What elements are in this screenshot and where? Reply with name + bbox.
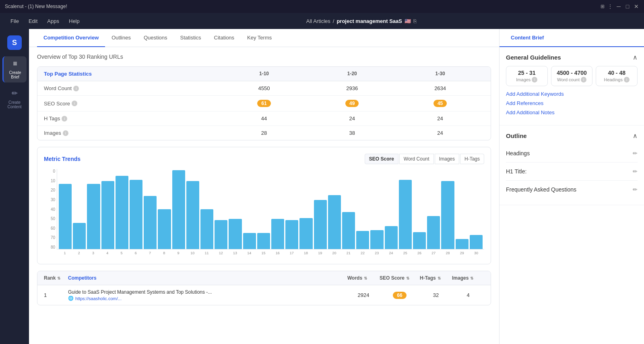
chart-tabs: SEO Score Word Count Images H-Tags — [365, 154, 484, 164]
words-sort-icon[interactable]: ⇅ — [364, 276, 367, 280]
chart-container: 80 70 60 50 40 30 20 10 0 12345678910111… — [44, 169, 484, 257]
chart-bar-1[interactable] — [59, 184, 72, 249]
guideline-card-images: 25 - 31 Images i — [506, 66, 548, 86]
seo-score-info-icon[interactable]: i — [72, 101, 77, 106]
sidebar-item-create-content[interactable]: ✏ Create Content — [2, 86, 27, 112]
share-icon[interactable]: ⎘ — [413, 18, 417, 24]
word-count-range-label: Word count i — [555, 77, 588, 82]
chart-bar-17[interactable] — [285, 220, 298, 249]
col-images: Images ⇅ — [452, 275, 484, 281]
x-label-27: 27 — [427, 251, 440, 255]
chart-bar-9[interactable] — [172, 170, 185, 249]
competitor-url[interactable]: 🌐 https://saasholic.com/... — [68, 296, 347, 301]
chart-bar-16[interactable] — [271, 219, 284, 249]
menu-edit[interactable]: Edit — [25, 16, 41, 26]
images-sort-icon[interactable]: ⇅ — [470, 276, 473, 280]
tab-key-terms[interactable]: Key Terms — [241, 29, 278, 47]
chart-bar-group-21 — [342, 169, 355, 249]
tab-outlines[interactable]: Outlines — [105, 29, 137, 47]
chart-bar-11[interactable] — [200, 209, 213, 249]
y-label-80: 80 — [44, 245, 55, 249]
chart-bar-14[interactable] — [243, 233, 256, 249]
seo-score-sort-icon[interactable]: ⇅ — [406, 276, 409, 280]
right-panel: Content Brief General Guidelines ∧ 25 - … — [499, 29, 644, 344]
seo-score-val-10: 61 — [220, 100, 308, 107]
faq-edit-icon[interactable]: ✏ — [633, 186, 638, 193]
menu-file[interactable]: File — [6, 16, 23, 26]
overview-title: Overview of Top 30 Ranking URLs — [37, 54, 491, 60]
chart-bar-18[interactable] — [299, 218, 312, 249]
headings-range-value: 40 - 48 — [600, 70, 633, 76]
chart-bar-25[interactable] — [399, 180, 412, 249]
maximize-button[interactable]: □ — [625, 4, 630, 9]
headings-card-info-icon[interactable]: i — [624, 77, 630, 82]
tab-competition-overview[interactable]: Competition Overview — [37, 29, 105, 47]
rank-sort-icon[interactable]: ⇅ — [57, 276, 60, 280]
outline-collapse-icon[interactable]: ∧ — [633, 132, 638, 140]
headings-edit-icon[interactable]: ✏ — [633, 150, 638, 157]
chart-bar-29[interactable] — [456, 239, 469, 249]
guidelines-title: General Guidelines — [506, 54, 561, 61]
more-icon[interactable]: ⋮ — [608, 4, 613, 9]
chart-bar-13[interactable] — [229, 219, 242, 249]
chart-tab-word-count[interactable]: Word Count — [399, 154, 434, 164]
breadcrumb-separator: / — [333, 18, 334, 24]
chart-tab-seo-score[interactable]: SEO Score — [365, 154, 398, 164]
guidelines-collapse-icon[interactable]: ∧ — [633, 54, 638, 61]
tab-statistics[interactable]: Statistics — [174, 29, 208, 47]
chart-tab-images[interactable]: Images — [435, 154, 459, 164]
chart-bar-20[interactable] — [328, 195, 341, 249]
h-tags-sort-icon[interactable]: ⇅ — [438, 276, 441, 280]
chart-bar-15[interactable] — [257, 233, 270, 249]
word-count-info-icon[interactable]: i — [73, 86, 79, 91]
chart-bar-30[interactable] — [470, 235, 483, 249]
titlebar-left: Scalenut - (1) New Message! — [5, 4, 67, 9]
chart-bar-26[interactable] — [413, 232, 426, 249]
col-h-tags: H-Tags ⇅ — [420, 275, 452, 281]
chart-bar-group-3 — [87, 169, 100, 249]
chart-bar-23[interactable] — [370, 230, 383, 249]
chart-bar-24[interactable] — [385, 226, 398, 249]
minimize-button[interactable]: ─ — [616, 4, 621, 9]
chart-bar-19[interactable] — [314, 200, 327, 249]
menu-help[interactable]: Help — [65, 16, 84, 26]
chart-bar-3[interactable] — [87, 184, 100, 249]
chart-bar-10[interactable] — [186, 181, 199, 249]
h-tags-info-icon[interactable]: i — [62, 116, 67, 122]
chart-bar-27[interactable] — [427, 216, 440, 249]
chart-bar-group-20 — [328, 169, 341, 249]
images-val-30: 24 — [396, 130, 484, 136]
breadcrumb-all-articles[interactable]: All Articles — [306, 18, 330, 24]
chart-bar-6[interactable] — [130, 180, 142, 249]
breadcrumb-article-title: project management SaaS — [336, 18, 402, 24]
x-label-11: 11 — [200, 251, 213, 255]
chart-bar-12[interactable] — [215, 220, 227, 249]
chart-bar-5[interactable] — [116, 176, 128, 249]
chart-bar-7[interactable] — [144, 196, 157, 249]
chart-bar-22[interactable] — [356, 231, 369, 249]
add-references-link[interactable]: Add References — [506, 100, 638, 106]
tab-questions[interactable]: Questions — [137, 29, 174, 47]
h1-edit-icon[interactable]: ✏ — [633, 168, 638, 175]
add-notes-link[interactable]: Add Additional Notes — [506, 109, 638, 115]
chart-bar-8[interactable] — [158, 209, 171, 249]
chart-bar-group-1 — [59, 169, 72, 249]
panel-tab-content-brief[interactable]: Content Brief — [506, 29, 549, 46]
stats-table-title: Top Page Statistics — [44, 71, 220, 77]
chart-header: Metric Trends SEO Score Word Count Image… — [44, 154, 484, 164]
close-button[interactable]: ✕ — [634, 4, 639, 9]
sidebar-item-create-brief[interactable]: ≡ Create Brief — [2, 56, 27, 82]
puzzle-icon[interactable]: ⊞ — [601, 4, 605, 9]
images-info-icon[interactable]: i — [63, 130, 68, 136]
word-count-card-info-icon[interactable]: i — [581, 77, 586, 82]
chart-bar-4[interactable] — [101, 181, 114, 249]
images-card-info-icon[interactable]: i — [532, 77, 537, 82]
guideline-card-headings: 40 - 48 Headings i — [596, 66, 638, 86]
tab-citations[interactable]: Citations — [208, 29, 241, 47]
chart-bar-2[interactable] — [73, 223, 86, 249]
menu-apps[interactable]: Apps — [43, 16, 63, 26]
add-keywords-link[interactable]: Add Additional Keywords — [506, 91, 638, 97]
chart-bar-21[interactable] — [342, 212, 355, 249]
chart-bar-28[interactable] — [441, 181, 454, 249]
chart-tab-h-tags[interactable]: H-Tags — [460, 154, 484, 164]
